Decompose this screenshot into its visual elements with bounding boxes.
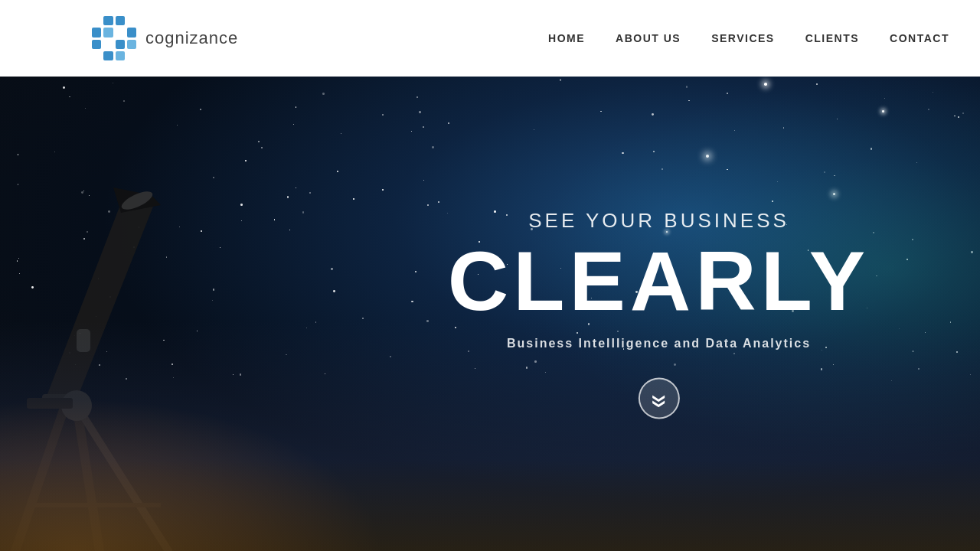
star (390, 356, 392, 358)
hero-background: SEE YOUR BUSINESS CLEARLY Business Intel… (0, 0, 980, 551)
star (918, 368, 919, 369)
star (688, 100, 690, 102)
scroll-down-button[interactable]: ❯❯ (639, 378, 680, 419)
star (411, 131, 412, 132)
star (962, 112, 964, 114)
hero-description: Business Intellligence and Data Analytic… (448, 337, 870, 350)
star (884, 98, 885, 99)
star (331, 268, 333, 270)
star (916, 162, 917, 163)
chevron-down-icon: ❯❯ (653, 393, 665, 404)
star (912, 239, 913, 240)
star (727, 93, 728, 94)
telescope-svg (0, 77, 322, 551)
hero-title: CLEARLY (448, 239, 870, 323)
star (325, 373, 325, 374)
star (686, 86, 688, 87)
star (906, 259, 908, 260)
star (834, 175, 835, 177)
star (353, 198, 354, 199)
star (362, 318, 364, 320)
bright-star (882, 110, 884, 112)
bright-star (833, 193, 835, 195)
star (382, 189, 383, 190)
nav-clients[interactable]: CLIENTS (805, 32, 859, 44)
star (925, 332, 926, 333)
star (954, 116, 955, 116)
nav-services[interactable]: SERVICES (711, 32, 775, 44)
main-nav: HOME ABOUT US SERVICES CLIENTS CONTACT (548, 32, 949, 44)
star (970, 374, 971, 375)
svg-rect-10 (27, 398, 73, 409)
star (438, 201, 439, 203)
bright-star (706, 155, 709, 158)
star (341, 133, 341, 134)
logo[interactable]: cognizance (92, 16, 238, 60)
star (423, 180, 424, 181)
star (415, 271, 416, 272)
star (652, 113, 654, 116)
star (432, 146, 434, 148)
svg-line-5 (15, 406, 65, 551)
star (423, 126, 425, 129)
star (416, 96, 418, 98)
star (971, 251, 973, 253)
star (837, 119, 838, 119)
hero-content: SEE YOUR BUSINESS CLEARLY Business Intel… (448, 209, 870, 419)
star (560, 79, 561, 80)
star (876, 276, 877, 277)
star (653, 151, 655, 152)
star (622, 152, 624, 155)
star (600, 111, 602, 112)
star (913, 350, 914, 352)
star (448, 122, 449, 124)
bright-star (764, 83, 767, 86)
star (899, 328, 900, 329)
star (427, 204, 429, 206)
star (411, 301, 413, 303)
star (727, 169, 727, 170)
svg-marker-0 (46, 199, 153, 409)
hero-subtitle: SEE YOUR BUSINESS (448, 209, 870, 233)
star (928, 109, 929, 110)
telescope-silhouette (0, 77, 322, 551)
star (891, 380, 892, 381)
logo-text: cognizance (145, 28, 238, 48)
star (958, 116, 959, 118)
star (322, 93, 325, 95)
star (333, 290, 335, 292)
star (873, 232, 874, 233)
star (419, 111, 421, 113)
svg-rect-4 (77, 329, 90, 352)
star (933, 92, 933, 93)
star (734, 130, 735, 131)
star (337, 171, 338, 172)
star (950, 321, 952, 323)
star (382, 114, 384, 116)
star (816, 83, 818, 85)
star (534, 129, 534, 130)
nav-home[interactable]: HOME (548, 32, 585, 44)
nav-about[interactable]: ABOUT US (616, 32, 681, 44)
star (426, 320, 429, 322)
star (871, 148, 873, 150)
site-header: cognizance HOME ABOUT US SERVICES CLIENT… (0, 0, 980, 77)
star (824, 171, 825, 173)
logo-icon (92, 16, 136, 60)
star (662, 168, 663, 170)
star (956, 351, 958, 353)
star (777, 181, 778, 182)
nav-contact[interactable]: CONTACT (890, 32, 949, 44)
star (772, 201, 773, 202)
hero-section: SEE YOUR BUSINESS CLEARLY Business Intel… (0, 0, 980, 551)
star (783, 127, 785, 129)
